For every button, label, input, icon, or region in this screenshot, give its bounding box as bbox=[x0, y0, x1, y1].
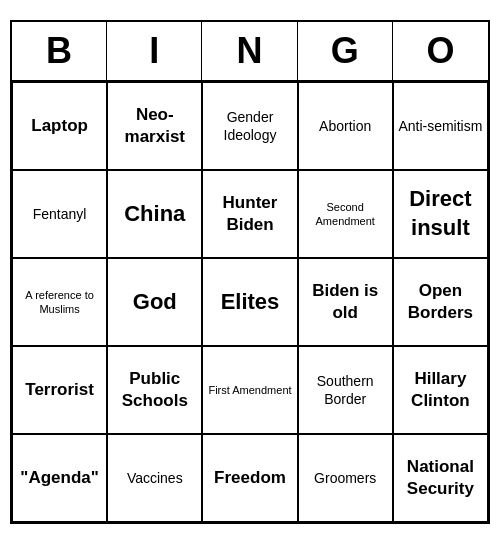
bingo-header: BINGO bbox=[12, 22, 488, 82]
bingo-cell-5: Fentanyl bbox=[12, 170, 107, 258]
bingo-cell-17: First Amendment bbox=[202, 346, 297, 434]
bingo-cell-16: Public Schools bbox=[107, 346, 202, 434]
bingo-cell-10: A reference to Muslims bbox=[12, 258, 107, 346]
bingo-cell-9: Direct insult bbox=[393, 170, 488, 258]
header-letter-G: G bbox=[298, 22, 393, 80]
bingo-cell-3: Abortion bbox=[298, 82, 393, 170]
bingo-cell-13: Biden is old bbox=[298, 258, 393, 346]
bingo-cell-22: Freedom bbox=[202, 434, 297, 522]
bingo-cell-11: God bbox=[107, 258, 202, 346]
bingo-card: BINGO LaptopNeo-marxistGender IdeologyAb… bbox=[10, 20, 490, 524]
bingo-cell-6: China bbox=[107, 170, 202, 258]
header-letter-I: I bbox=[107, 22, 202, 80]
header-letter-B: B bbox=[12, 22, 107, 80]
bingo-cell-0: Laptop bbox=[12, 82, 107, 170]
bingo-cell-21: Vaccines bbox=[107, 434, 202, 522]
bingo-cell-4: Anti-semitism bbox=[393, 82, 488, 170]
bingo-cell-7: Hunter Biden bbox=[202, 170, 297, 258]
header-letter-N: N bbox=[202, 22, 297, 80]
bingo-cell-14: Open Borders bbox=[393, 258, 488, 346]
bingo-cell-18: Southern Border bbox=[298, 346, 393, 434]
bingo-cell-20: "Agenda" bbox=[12, 434, 107, 522]
bingo-cell-12: Elites bbox=[202, 258, 297, 346]
bingo-cell-23: Groomers bbox=[298, 434, 393, 522]
bingo-cell-8: Second Amendment bbox=[298, 170, 393, 258]
bingo-cell-19: Hillary Clinton bbox=[393, 346, 488, 434]
bingo-grid: LaptopNeo-marxistGender IdeologyAbortion… bbox=[12, 82, 488, 522]
bingo-cell-24: National Security bbox=[393, 434, 488, 522]
bingo-cell-15: Terrorist bbox=[12, 346, 107, 434]
header-letter-O: O bbox=[393, 22, 488, 80]
bingo-cell-2: Gender Ideology bbox=[202, 82, 297, 170]
bingo-cell-1: Neo-marxist bbox=[107, 82, 202, 170]
